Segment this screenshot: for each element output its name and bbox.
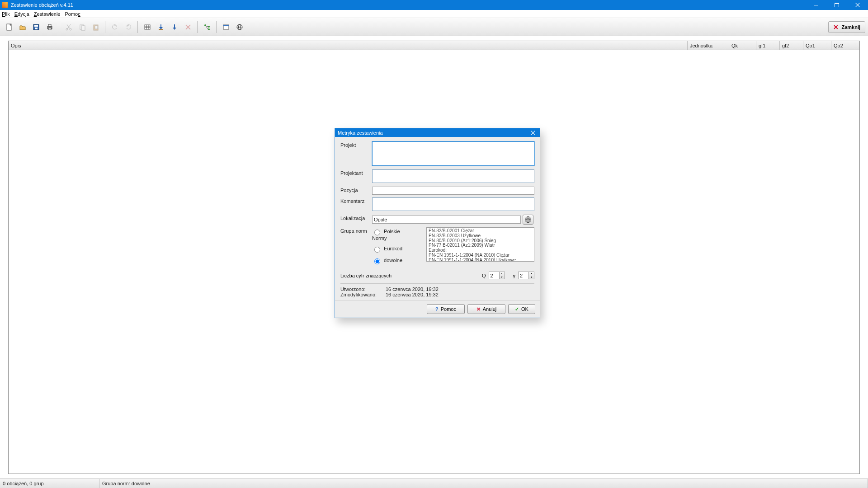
zmodyfikowano-value: 16 czerwca 2020, 19:32 <box>386 292 439 297</box>
komentarz-input[interactable] <box>372 197 534 211</box>
tree-button[interactable] <box>201 21 213 33</box>
list-item[interactable]: PN-EN 1991-1-1:2004 (NA:2010) Użytkowe <box>429 258 534 262</box>
save-button[interactable] <box>30 21 42 33</box>
undo-icon <box>111 23 118 31</box>
utworzono-label: Utworzono: <box>340 286 386 292</box>
cut-icon <box>65 23 72 31</box>
menu-edit[interactable]: Edycja <box>14 11 29 17</box>
minimize-button[interactable] <box>806 0 826 10</box>
lokalizacja-input[interactable] <box>372 216 521 224</box>
radio-eurokod[interactable]: Eurokod <box>372 244 404 253</box>
arrow-down-button[interactable] <box>168 21 181 33</box>
open-button[interactable] <box>16 21 29 33</box>
statusbar: 0 obciążeń, 0 grup Grupa norm: dowolne <box>0 479 868 488</box>
svg-rect-8 <box>35 28 38 29</box>
digits-gamma-spinner[interactable]: ▲▼ <box>529 272 534 279</box>
print-icon <box>46 23 53 31</box>
delete-button <box>182 21 194 33</box>
svg-marker-29 <box>173 28 176 30</box>
digits-label: Liczba cyfr znaczących <box>340 273 482 278</box>
digits-q-spinner[interactable]: ▲▼ <box>500 272 505 279</box>
undo-button <box>108 21 121 33</box>
print-button[interactable] <box>43 21 56 33</box>
list-item[interactable]: PN-82/B-02003 Użytkowe <box>429 234 534 239</box>
app-icon <box>2 2 8 8</box>
zamknij-button[interactable]: ✕ Zamknij <box>828 21 865 33</box>
col-qo1[interactable]: Qo1 <box>803 41 831 50</box>
menu-zestawienie[interactable]: Zestawienie <box>34 11 61 17</box>
arrow-down-icon <box>171 23 178 31</box>
paste-button <box>90 21 102 33</box>
properties-button[interactable] <box>220 21 232 33</box>
lokalizacja-label: Lokalizacja <box>340 215 372 225</box>
dialog-titlebar[interactable]: Metryka zestawienia <box>335 128 540 137</box>
titlebar: Zestawienie obciążeń v.4.11 <box>0 0 868 10</box>
anuluj-button[interactable]: ✕ Anuluj <box>467 304 505 314</box>
redo-icon <box>125 23 132 31</box>
new-icon <box>5 23 13 31</box>
col-jednostka[interactable]: Jednostka <box>688 41 729 50</box>
grid-icon <box>144 23 151 31</box>
pomoc-label: Pomoc <box>441 306 456 312</box>
maximize-icon <box>835 3 839 7</box>
col-qo2[interactable]: Qo2 <box>831 41 859 50</box>
lokalizacja-globe-button[interactable] <box>523 215 533 225</box>
utworzono-value: 16 czerwca 2020, 19:32 <box>386 286 439 292</box>
save-icon <box>33 23 40 31</box>
projekt-input[interactable] <box>372 141 534 166</box>
q-symbol: Q <box>482 273 486 278</box>
app-title: Zestawienie obciążeń v.4.11 <box>11 2 73 8</box>
svg-point-15 <box>70 28 71 30</box>
properties-icon <box>222 23 230 31</box>
globe-icon <box>524 216 532 223</box>
anuluj-label: Anuluj <box>483 306 497 312</box>
radio-polskie[interactable]: Polskie Normy <box>372 227 404 241</box>
svg-point-33 <box>208 26 210 28</box>
dialog-close-button[interactable] <box>526 128 540 137</box>
delete-icon <box>184 23 192 31</box>
norms-list[interactable]: PN-82/B-02001 Ciężar PN-82/B-02003 Użytk… <box>426 227 534 262</box>
metryka-dialog: Metryka zestawienia Projekt Projektant P… <box>335 128 540 318</box>
svg-rect-11 <box>48 28 51 30</box>
svg-rect-10 <box>48 24 51 26</box>
svg-line-13 <box>67 24 71 29</box>
new-button[interactable] <box>3 21 15 33</box>
maximize-button[interactable] <box>826 0 847 10</box>
projektant-input[interactable] <box>372 169 534 183</box>
menu-help[interactable]: Pomoc <box>65 11 80 17</box>
globe-icon <box>236 23 243 31</box>
pozycja-label: Pozycja <box>340 187 372 195</box>
ok-button[interactable]: ✓ OK <box>508 304 535 314</box>
pomoc-button[interactable]: ? Pomoc <box>427 304 465 314</box>
col-opis[interactable]: Opis <box>9 41 688 50</box>
svg-rect-2 <box>835 3 839 4</box>
radio-dowolne[interactable]: dowolne <box>372 256 404 264</box>
redo-button <box>122 21 135 33</box>
paste-icon <box>92 23 99 31</box>
projekt-label: Projekt <box>340 141 372 167</box>
close-icon <box>531 131 535 135</box>
zamknij-label: Zamknij <box>841 24 860 30</box>
col-gf2[interactable]: gf2 <box>780 41 803 50</box>
digits-gamma-input[interactable] <box>518 272 529 279</box>
cut-button <box>62 21 75 33</box>
status-norms: Grupa norm: dowolne <box>99 479 868 488</box>
svg-rect-19 <box>95 26 98 29</box>
globe-button[interactable] <box>233 21 246 33</box>
svg-rect-17 <box>81 26 85 30</box>
menu-file[interactable]: Plik <box>2 11 10 17</box>
col-qk[interactable]: Qk <box>729 41 756 50</box>
svg-rect-38 <box>223 25 229 26</box>
grid-header: Opis Jednostka Qk gf1 gf2 Qo1 Qo2 <box>9 41 859 50</box>
arrow-in-icon <box>157 23 165 31</box>
gamma-symbol: γ <box>513 273 516 278</box>
grid-button[interactable] <box>141 21 154 33</box>
svg-marker-26 <box>159 27 163 29</box>
col-gf1[interactable]: gf1 <box>756 41 780 50</box>
arrow-left-button[interactable] <box>155 21 167 33</box>
svg-rect-0 <box>814 5 818 5</box>
pozycja-input[interactable] <box>372 187 534 195</box>
digits-q-input[interactable] <box>489 272 500 279</box>
window-close-button[interactable] <box>847 0 868 10</box>
menubar: Plik Edycja Zestawienie Pomoc <box>0 10 868 18</box>
